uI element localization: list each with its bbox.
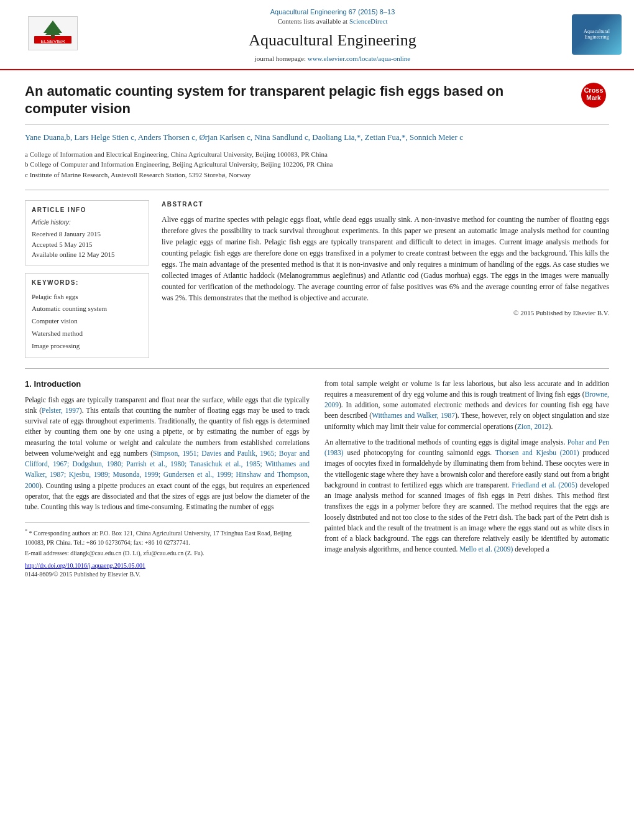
svg-rect-4 bbox=[51, 35, 55, 39]
keyword-5: Image processing bbox=[32, 340, 142, 353]
abstract-section: ABSTRACT Alive eggs of marine species wi… bbox=[162, 200, 609, 358]
section-divider-1 bbox=[25, 190, 609, 190]
authors: Yane Duana,b, Lars Helge Stien c, Anders… bbox=[25, 131, 609, 144]
footnote-email: E-mail addresses: dliangk@cau.edu.cn (D.… bbox=[25, 549, 310, 558]
article-info-title: ARTICLE INFO bbox=[32, 206, 142, 215]
svg-text:ELSEVIER: ELSEVIER bbox=[40, 39, 65, 44]
section-1-heading: 1. Introduction bbox=[25, 379, 310, 390]
affiliation-a: a College of Information and Electrical … bbox=[25, 149, 609, 160]
affiliation-c: c Institute of Marine Research, Austevol… bbox=[25, 170, 609, 180]
svg-text:Mark: Mark bbox=[586, 95, 601, 101]
article-title: An automatic counting system for transpa… bbox=[25, 83, 535, 118]
copyright: © 2015 Published by Elsevier B.V. bbox=[162, 308, 609, 318]
intro-paragraph-right-2: An alternative to the traditional method… bbox=[324, 437, 609, 555]
journal-logo-right: AquaculturalEngineering bbox=[572, 14, 622, 55]
body-two-col: 1. Introduction Pelagic fish eggs are ty… bbox=[25, 379, 609, 579]
elsevier-logo-image: ELSEVIER bbox=[28, 16, 78, 50]
keyword-3: Computer vision bbox=[32, 315, 142, 328]
keyword-1: Pelagic fish eggs bbox=[32, 291, 142, 303]
keywords-box: Keywords: Pelagic fish eggs Automatic co… bbox=[25, 273, 149, 358]
keyword-2: Automatic counting system bbox=[32, 303, 142, 315]
intro-paragraph-right-1: from total sample weight or volume is fa… bbox=[324, 379, 609, 432]
section-divider-2 bbox=[25, 368, 609, 369]
body-left: 1. Introduction Pelagic fish eggs are ty… bbox=[25, 379, 310, 579]
crossmark-logo: Cross Mark bbox=[581, 83, 606, 108]
issn-line: 0144-8609/© 2015 Published by Elsevier B… bbox=[25, 570, 310, 579]
intro-paragraph-1: Pelagic fish eggs are typically transpar… bbox=[25, 395, 310, 513]
doi-line: http://dx.doi.org/10.1016/j.aquaeng.2015… bbox=[25, 561, 310, 570]
article-info-abstract: ARTICLE INFO Article history: Received 8… bbox=[25, 200, 609, 358]
elsevier-logo: ELSEVIER bbox=[12, 16, 93, 53]
received-text: Received 8 January 2015 bbox=[32, 229, 142, 239]
footnote-1: * * Corresponding authors at: P.O. Box 1… bbox=[25, 528, 310, 547]
affiliations: a College of Information and Electrical … bbox=[25, 149, 609, 180]
left-col: ARTICLE INFO Article history: Received 8… bbox=[25, 200, 149, 358]
affiliation-b: b College of Computer and Information En… bbox=[25, 159, 609, 170]
journal-name: Aquacultural Engineering bbox=[106, 29, 559, 52]
footnote-box: * * Corresponding authors at: P.O. Box 1… bbox=[25, 522, 310, 578]
accepted-text: Accepted 5 May 2015 bbox=[32, 239, 142, 250]
homepage-line: journal homepage: www.elsevier.com/locat… bbox=[106, 54, 559, 63]
body-right: from total sample weight or volume is fa… bbox=[324, 379, 609, 579]
contents-line: Contents lists available at ScienceDirec… bbox=[106, 17, 559, 26]
article-info-box: ARTICLE INFO Article history: Received 8… bbox=[25, 200, 149, 265]
available-text: Available online 12 May 2015 bbox=[32, 249, 142, 260]
keyword-4: Watershed method bbox=[32, 328, 142, 340]
journal-header: ELSEVIER Aquacultural Engineering 67 (20… bbox=[0, 0, 634, 70]
abstract-text: Alive eggs of marine species with pelagi… bbox=[162, 214, 609, 303]
history-title: Article history: bbox=[32, 218, 142, 227]
volume-line: Aquacultural Engineering 67 (2015) 8–13 bbox=[106, 5, 559, 17]
keywords-title: Keywords: bbox=[32, 279, 142, 287]
abstract-title: ABSTRACT bbox=[162, 200, 609, 209]
main-content: An automatic counting system for transpa… bbox=[0, 70, 634, 591]
svg-text:Cross: Cross bbox=[584, 86, 603, 94]
journal-title-block: Aquacultural Engineering 67 (2015) 8–13 … bbox=[93, 5, 572, 64]
article-title-section: An automatic counting system for transpa… bbox=[25, 83, 609, 125]
crossmark: Cross Mark bbox=[581, 83, 609, 111]
